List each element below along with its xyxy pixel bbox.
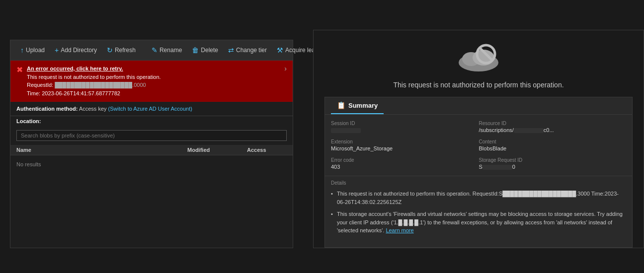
auth-section: Authentication method: Access key (Switc…	[10, 102, 293, 116]
content-value: BlobsBlade	[479, 145, 627, 151]
col-header-access: Access	[247, 147, 287, 153]
add-directory-icon: +	[55, 46, 59, 54]
refresh-icon: ↻	[107, 46, 113, 54]
location-section: Location:	[10, 116, 293, 128]
table-header: Name Modified Access	[10, 145, 293, 155]
extension-value: Microsoft_Azure_Storage	[331, 145, 479, 151]
refresh-button[interactable]: ↻ Refresh	[103, 44, 140, 56]
session-id-label: Session ID	[331, 121, 479, 126]
storage-request-id-value: S 0	[479, 164, 627, 170]
error-message-title: This request is not authorized to perfor…	[393, 81, 564, 89]
error-banner[interactable]: ✖ An error occurred, click here to retry…	[10, 61, 293, 102]
resource-id-label: Resource ID	[479, 121, 627, 126]
summary-tabs: 📋 Summary	[325, 97, 632, 115]
cloud-block-icon	[454, 40, 503, 75]
upload-icon: ↑	[20, 46, 24, 54]
field-error-code: Error code 403	[331, 157, 479, 170]
content-label: Content	[479, 139, 627, 144]
error-code-label: Error code	[331, 157, 479, 163]
right-panel: This request is not authorized to perfor…	[313, 30, 644, 248]
location-label: Location:	[16, 118, 41, 124]
session-id-value	[331, 127, 479, 133]
no-results-message: No results	[10, 155, 293, 173]
field-resource-id: Resource ID /subscriptions/ c0...	[479, 121, 627, 133]
rename-icon: ✎	[152, 46, 158, 54]
upload-button[interactable]: ↑ Upload	[16, 44, 49, 56]
col-header-name: Name	[16, 147, 187, 153]
add-directory-button[interactable]: + Add Directory	[51, 44, 101, 56]
details-title: Details	[331, 180, 626, 186]
toolbar: ↑ Upload + Add Directory ↻ Refresh ✎ Ren…	[10, 40, 293, 61]
learn-more-link[interactable]: Learn more	[386, 227, 413, 233]
error-description: This request is not authorized to perfor…	[27, 73, 280, 81]
error-time: Time: 2023-06-26T14:41:57.68777782	[27, 89, 280, 98]
summary-tab-icon: 📋	[337, 101, 345, 109]
field-session-id: Session ID	[331, 121, 479, 133]
summary-panel: 📋 Summary Session ID Resource ID /subscr…	[324, 97, 633, 248]
search-input[interactable]	[16, 130, 287, 141]
error-title[interactable]: An error occurred, click here to retry.	[27, 65, 280, 73]
delete-icon: 🗑	[192, 46, 199, 54]
detail-item-1: This request is not authorized to perfor…	[331, 190, 626, 206]
summary-grid: Session ID Resource ID /subscriptions/ c…	[325, 115, 632, 176]
error-text: An error occurred, click here to retry. …	[27, 65, 280, 97]
auth-value: Access key	[79, 106, 107, 112]
error-request-id: RequestId: ████████████████████.0000	[27, 81, 280, 89]
resource-id-value: /subscriptions/ c0...	[479, 127, 627, 133]
error-code-value: 403	[331, 164, 479, 170]
change-tier-button[interactable]: ⇄ Change tier	[224, 44, 271, 56]
storage-request-id-label: Storage Request ID	[479, 157, 627, 163]
error-arrow-icon: ›	[284, 65, 287, 72]
auth-label: Authentication method:	[16, 106, 78, 112]
delete-button[interactable]: 🗑 Delete	[188, 44, 222, 56]
field-extension: Extension Microsoft_Azure_Storage	[331, 139, 479, 151]
extension-label: Extension	[331, 139, 479, 144]
session-id-redacted	[331, 128, 361, 133]
acquire-lease-icon: ⚒	[277, 46, 283, 54]
details-section: Details This request is not authorized t…	[325, 176, 632, 243]
summary-tab[interactable]: 📋 Summary	[331, 97, 384, 114]
auth-switch-link[interactable]: (Switch to Azure AD User Account)	[108, 106, 192, 112]
summary-tab-label: Summary	[348, 102, 378, 109]
error-icon: ✖	[16, 65, 23, 74]
left-panel: ↑ Upload + Add Directory ↻ Refresh ✎ Ren…	[10, 40, 293, 248]
detail-item-2: This storage account's 'Firewalls and vi…	[331, 210, 626, 235]
error-graphic	[454, 40, 503, 75]
rename-button[interactable]: ✎ Rename	[148, 44, 186, 56]
change-tier-icon: ⇄	[228, 46, 234, 54]
col-header-modified: Modified	[187, 147, 247, 153]
field-storage-request-id: Storage Request ID S 0	[479, 157, 627, 170]
field-content: Content BlobsBlade	[479, 139, 627, 151]
